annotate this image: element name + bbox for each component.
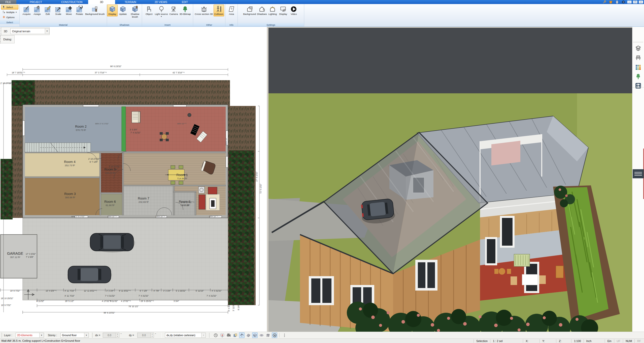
dx-label: dx = [95, 334, 100, 337]
teamviewer-panel-icon[interactable] [635, 83, 641, 90]
room-area-label: 81.90 ft² [106, 204, 115, 207]
north-icon[interactable]: N [272, 332, 277, 338]
dimension-label: 6' 7 1/8" [110, 168, 118, 171]
ribbon-button-shadow-brush[interactable]: Shadow brush [128, 5, 142, 19]
monitor-star-icon[interactable] [219, 332, 225, 338]
ribbon-button-object[interactable]: Object [144, 5, 154, 16]
room-room-4[interactable] [25, 153, 99, 177]
ribbon-button-options[interactable]: Options [1, 15, 18, 20]
minimize-button[interactable]: – [627, 1, 632, 4]
view-3d-panel[interactable] [268, 27, 632, 332]
furniture-panel-icon[interactable] [635, 55, 641, 62]
dimension-label: 4' 11 7/16" [64, 290, 74, 292]
restore-button[interactable]: ❐ [633, 1, 637, 4]
help-icon[interactable]: ? [621, 0, 626, 4]
render-3d-canvas[interactable] [268, 28, 632, 332]
coordinate-mode-select[interactable]: dx,dy (relative cartesian) ▼ [165, 333, 206, 338]
wall-opening-label: BRH 10"⁺⁵ [156, 215, 165, 218]
dimension-label: 98' 6 23/32" [104, 311, 115, 314]
ribbon-button-display[interactable]: Display [278, 5, 288, 16]
dimension-label: 18' 10 25/32" [1, 297, 13, 300]
tools-icon[interactable] [602, 0, 607, 4]
storey-select[interactable]: Ground floor ▼ [60, 333, 89, 338]
grid-icon[interactable] [265, 332, 271, 338]
chevron-down-icon: ▼ [84, 333, 88, 337]
terrain-select[interactable]: Original terrain ▼ [10, 28, 49, 34]
tab-file[interactable]: FILE [0, 0, 16, 4]
contours-icon[interactable] [259, 332, 264, 338]
video-play-icon [290, 6, 297, 12]
room-room-3[interactable] [25, 178, 99, 215]
cursor-icon [2, 5, 6, 9]
dimension-label: 12' 11 9/32"⁺⁵ [84, 290, 97, 292]
ribbon-group-label: Settings [238, 23, 304, 26]
roof-icon[interactable] [239, 332, 245, 338]
floor-plan-canvas[interactable]: Room 2570.73 ft²Room 1714.84 ft²Room 425… [0, 27, 267, 332]
status-cell-selection: Selection [473, 339, 490, 343]
materials-panel-icon[interactable] [635, 64, 641, 71]
tab-edit[interactable]: EDIT [176, 0, 193, 4]
monitor-gear-icon [280, 6, 286, 12]
layer-select[interactable]: 2D-Elements ▼ [16, 333, 44, 338]
ribbon-button-cross-section-3d[interactable]: Cross section 3D [194, 5, 213, 16]
dimension-label: 4' 7/8" [153, 290, 159, 292]
ribbon-button-background-brush[interactable]: Background brush [85, 5, 105, 16]
wall-opening-label: BRH 2' 5 17/32" [95, 123, 109, 125]
tab-construction[interactable]: CONSTRUCTION [55, 0, 88, 4]
ribbon-button-select[interactable]: Select [1, 5, 18, 10]
tab-2d-views[interactable]: 2D VIEWS [146, 0, 176, 4]
dimension-label: 4' 3 31/32" [212, 290, 222, 292]
collision-icon [216, 6, 222, 12]
plants-panel-icon[interactable] [635, 73, 641, 80]
chair-icon [146, 6, 152, 12]
printer-icon[interactable] [615, 0, 620, 4]
ribbon-button-light-source[interactable]: Light source▼ [154, 5, 168, 18]
status-cell-inch: Inch [584, 339, 605, 343]
ribbon-button-shadows[interactable]: Shadows [256, 5, 267, 16]
dx-input[interactable]: 0.0 ▲▼ [103, 333, 119, 338]
ribbon-button-move[interactable]: Move [63, 5, 74, 16]
tab-3d[interactable]: 3D [88, 0, 115, 4]
monitor-star-icon [220, 333, 224, 337]
ribbon-button-scale[interactable]: Scale [53, 5, 63, 16]
ribbon-group-label: Select [0, 20, 19, 24]
layers-panel-icon[interactable] [635, 45, 641, 52]
ribbon-button-3d-bitmap[interactable]: 3D-Bitmap [179, 5, 191, 16]
sidebar-grip[interactable] [633, 42, 643, 42]
tab-project[interactable]: PROJECT [16, 0, 55, 4]
chevron-down-icon[interactable]: ▼ [45, 28, 49, 34]
ribbon-button-display[interactable]: Display [107, 5, 118, 16]
hatch-icon[interactable] [246, 332, 251, 338]
copy-layers-icon[interactable] [232, 332, 238, 338]
ribbon-button-rotate[interactable]: Rotate [74, 5, 85, 16]
ribbon-button-update[interactable]: Update [118, 5, 128, 16]
ribbon-button-lighting[interactable]: Lighting [267, 5, 278, 16]
status-cell-ein: Ein [605, 339, 614, 343]
tab-terrain[interactable]: TERRAIN [115, 0, 146, 4]
ribbon-button-video[interactable]: Video [288, 5, 299, 16]
close-button[interactable]: × [639, 1, 643, 4]
dimension-label: 16' 9 7/32" [1, 304, 11, 306]
package-icon[interactable] [608, 0, 613, 4]
ribbon-button-acquire[interactable]: Acquire [21, 5, 32, 16]
ribbon-button-background[interactable]: Background [243, 5, 257, 16]
cube-icon [120, 6, 126, 12]
dy-input[interactable]: 0.0 ▲▼ [137, 333, 154, 338]
application-window: FILEPROJECTCONSTRUCTION3DTERRAIN2D VIEWS… [0, 0, 644, 343]
ribbon-button-edit[interactable]: Edit [42, 5, 53, 16]
car-topview-2 [67, 266, 112, 283]
dots-handle-icon[interactable] [282, 332, 287, 338]
ribbon-button-camera[interactable]: Camera [168, 5, 179, 16]
ribbon-button-area[interactable]: ?Area [226, 5, 237, 16]
ribbon-button-assign[interactable]: Assign [32, 5, 42, 16]
clock-icon[interactable] [213, 332, 218, 338]
ribbon-button-multiple[interactable]: Multiple▼ [1, 10, 18, 15]
cube3d-icon[interactable] [252, 332, 258, 338]
ribbon-group-insert: ObjectLight source▼Camera3D-BitmapInsert [142, 4, 193, 26]
status-cell-uf: UF [614, 339, 623, 343]
sidebar-handle[interactable] [633, 169, 644, 178]
driveway [23, 218, 228, 300]
ribbon-button-collision[interactable]: Collision [214, 5, 224, 16]
video-camera-icon[interactable] [226, 332, 231, 338]
plan-2d-panel[interactable]: Room 2570.73 ft²Room 1714.84 ft²Room 425… [0, 27, 267, 332]
